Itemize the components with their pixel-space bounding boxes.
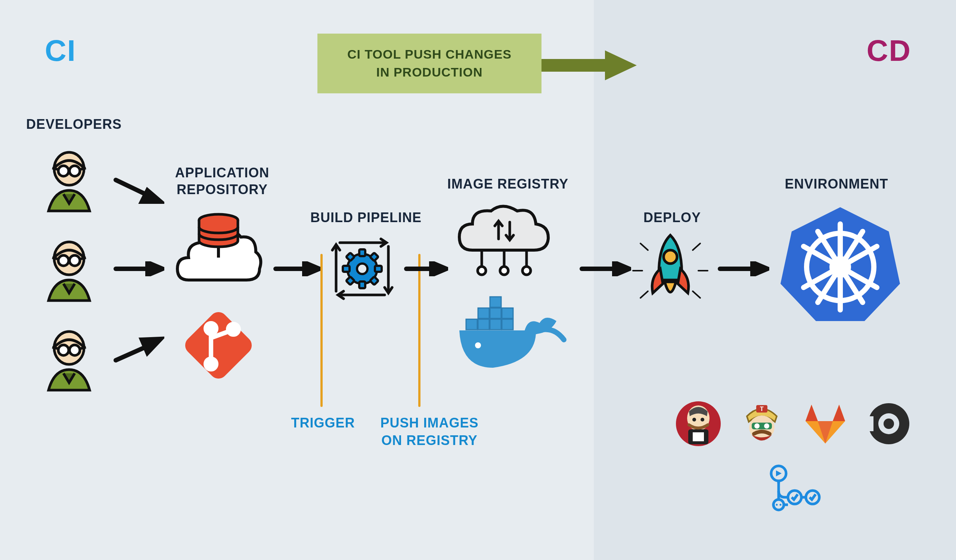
- svg-marker-22: [148, 262, 162, 275]
- svg-point-72: [664, 250, 677, 264]
- svg-marker-46: [431, 262, 446, 275]
- svg-point-14: [58, 345, 69, 355]
- ci-heading: CI: [45, 34, 76, 68]
- svg-point-94: [764, 424, 769, 428]
- svg-point-101: [884, 419, 894, 429]
- svg-point-108: [774, 499, 784, 510]
- svg-line-6: [80, 168, 86, 169]
- arrow-icon: [112, 176, 164, 205]
- svg-marker-104: [776, 471, 781, 476]
- kubernetes-icon: [777, 202, 904, 329]
- svg-rect-27: [181, 308, 255, 382]
- svg-marker-96: [805, 405, 818, 421]
- rocket-icon: [627, 228, 713, 314]
- svg-rect-61: [490, 297, 501, 307]
- push-images-label: PUSH IMAGES ON REGISTRY: [373, 414, 486, 450]
- svg-rect-40: [375, 266, 382, 272]
- svg-rect-55: [478, 319, 489, 329]
- svg-point-53: [500, 267, 508, 275]
- svg-point-87: [692, 418, 696, 422]
- arrow-icon: [403, 261, 448, 276]
- environment-label: ENVIRONMENT: [769, 176, 904, 192]
- svg-point-3: [69, 166, 80, 176]
- build-pipeline-label: BUILD PIPELINE: [306, 209, 426, 226]
- svg-point-31: [206, 359, 216, 369]
- gear-cycle-icon: [325, 231, 399, 306]
- svg-marker-74: [753, 262, 767, 275]
- svg-line-69: [693, 243, 700, 250]
- arrow-icon: [717, 261, 769, 276]
- github-actions-icon: [766, 463, 822, 511]
- image-registry-label: IMAGE REGISTRY: [441, 176, 575, 192]
- svg-line-71: [693, 291, 700, 298]
- svg-line-11: [52, 257, 58, 259]
- git-icon: [176, 303, 261, 388]
- trigger-label: TRIGGER: [288, 414, 358, 432]
- svg-point-109: [776, 504, 778, 506]
- push-changes-box: CI TOOL PUSH CHANGES IN PRODUCTION: [318, 34, 541, 93]
- svg-point-9: [69, 256, 80, 266]
- svg-point-52: [478, 267, 486, 275]
- svg-point-30: [206, 323, 216, 334]
- svg-line-68: [640, 243, 648, 250]
- arrow-icon: [273, 261, 321, 276]
- svg-marker-0: [541, 50, 637, 80]
- svg-point-2: [58, 166, 69, 176]
- svg-line-70: [640, 291, 648, 298]
- svg-rect-57: [502, 319, 513, 329]
- svg-rect-62: [466, 319, 477, 329]
- developers-label: DEVELOPERS: [26, 116, 122, 133]
- svg-line-5: [52, 168, 58, 169]
- svg-point-8: [58, 256, 69, 266]
- svg-rect-58: [478, 308, 489, 318]
- trigger-line: [321, 254, 322, 407]
- svg-line-17: [52, 347, 58, 349]
- cd-heading: CD: [866, 34, 911, 68]
- svg-rect-38: [359, 281, 365, 288]
- svg-rect-39: [343, 266, 349, 272]
- svg-rect-59: [490, 308, 501, 318]
- arrow-icon: [579, 261, 631, 276]
- arrow-icon: [112, 336, 164, 366]
- arrow-icon: [112, 261, 164, 276]
- svg-point-54: [522, 267, 531, 275]
- svg-rect-102: [865, 416, 873, 431]
- gitlab-icon: [801, 400, 849, 448]
- svg-point-93: [754, 424, 759, 428]
- svg-point-88: [701, 418, 704, 422]
- push-box-line2: IN PRODUCTION: [347, 63, 512, 82]
- database-cloud-icon: [172, 209, 265, 303]
- developer-icon: [37, 239, 101, 303]
- cloud-updown-icon: [452, 202, 557, 287]
- deploy-label: DEPLOY: [635, 209, 709, 226]
- svg-point-36: [357, 264, 368, 274]
- developer-icon: [37, 149, 101, 213]
- svg-point-32: [228, 324, 239, 334]
- svg-point-110: [780, 504, 781, 506]
- svg-line-12: [80, 257, 86, 259]
- circleci-icon: [865, 400, 913, 448]
- svg-marker-24: [142, 339, 160, 353]
- svg-marker-97: [833, 405, 845, 421]
- push-box-line1: CI TOOL PUSH CHANGES: [347, 45, 512, 63]
- svg-rect-60: [502, 308, 513, 318]
- svg-rect-56: [490, 319, 501, 329]
- app-repo-label: APPLICATION REPOSITORY: [157, 164, 288, 198]
- svg-point-15: [69, 345, 80, 355]
- svg-rect-37: [359, 249, 365, 256]
- jenkins-icon: [674, 400, 723, 448]
- svg-rect-86: [693, 432, 704, 441]
- svg-marker-34: [304, 262, 319, 275]
- svg-point-63: [475, 342, 481, 348]
- push-images-line: [418, 254, 420, 407]
- push-arrow-icon: [541, 49, 638, 82]
- svg-line-18: [80, 347, 86, 349]
- svg-marker-65: [614, 262, 629, 275]
- tool-logos-row: T: [672, 400, 915, 511]
- travis-ci-icon: T: [737, 400, 786, 448]
- developer-icon: [37, 329, 101, 392]
- docker-icon: [452, 287, 568, 381]
- svg-text:T: T: [760, 406, 764, 412]
